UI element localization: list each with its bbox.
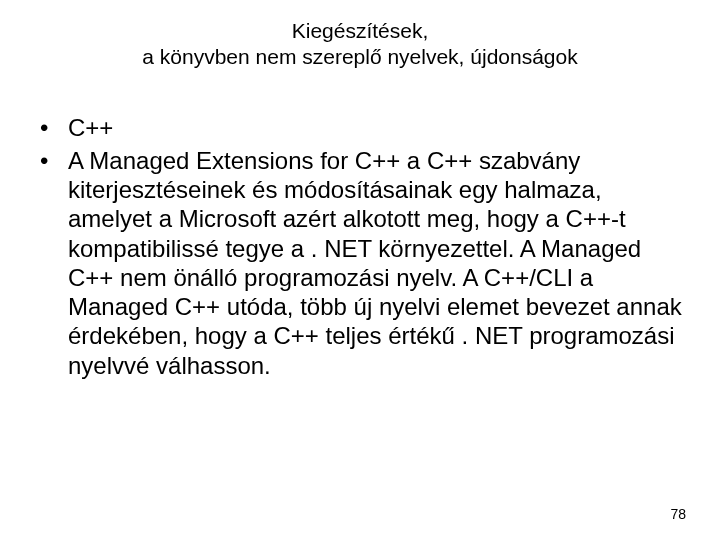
bullet-marker: • xyxy=(40,113,68,142)
bullet-list: • C++ • A Managed Extensions for C++ a C… xyxy=(30,113,690,380)
title-line-2: a könyvben nem szereplő nyelvek, újdonsá… xyxy=(30,44,690,70)
title-line-1: Kiegészítések, xyxy=(30,18,690,44)
page-number: 78 xyxy=(670,506,686,522)
slide-title: Kiegészítések, a könyvben nem szereplő n… xyxy=(30,18,690,71)
bullet-marker: • xyxy=(40,146,68,380)
bullet-text: C++ xyxy=(68,113,690,142)
list-item: • C++ xyxy=(40,113,690,142)
bullet-text: A Managed Extensions for C++ a C++ szabv… xyxy=(68,146,690,380)
list-item: • A Managed Extensions for C++ a C++ sza… xyxy=(40,146,690,380)
